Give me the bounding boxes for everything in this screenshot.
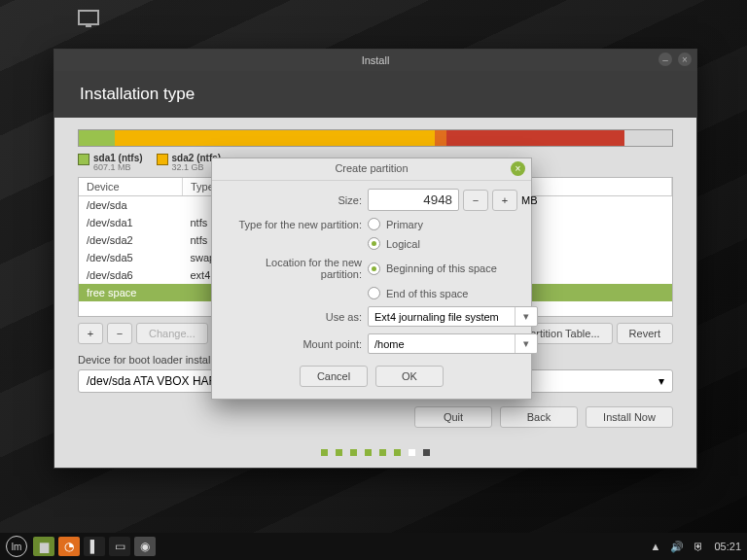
- chevron-down-icon: ▾: [515, 307, 537, 326]
- monitor-icon: [78, 10, 99, 25]
- revert-button[interactable]: Revert: [617, 323, 673, 344]
- size-unit: MB: [521, 194, 538, 206]
- size-increment-button[interactable]: +: [492, 190, 517, 211]
- create-partition-dialog: Create partition × Size: − + MB Type for…: [211, 158, 532, 400]
- volume-icon[interactable]: 🔊: [670, 541, 684, 553]
- terminal-icon[interactable]: ▌: [84, 537, 105, 556]
- change-partition-button[interactable]: Change...: [136, 323, 208, 344]
- add-partition-button[interactable]: +: [78, 323, 103, 344]
- installer-task-icon[interactable]: ◉: [134, 537, 156, 556]
- dialog-ok-button[interactable]: OK: [375, 366, 444, 387]
- step-indicator: [321, 449, 430, 456]
- close-icon[interactable]: ×: [678, 52, 692, 66]
- disk-usage-bar: [78, 129, 673, 147]
- network-icon[interactable]: ▲: [651, 541, 661, 552]
- files-icon[interactable]: ▆: [33, 537, 54, 556]
- size-input[interactable]: [368, 189, 459, 211]
- dialog-title: Create partition: [335, 162, 408, 174]
- mount-point-select[interactable]: /home▾: [368, 333, 538, 354]
- radio-loc-end[interactable]: End of this space: [368, 287, 538, 299]
- radio-loc-begin[interactable]: Beginning of this space: [368, 262, 538, 275]
- mount-label: Mount point:: [226, 338, 362, 350]
- quit-button[interactable]: Quit: [414, 406, 492, 428]
- size-label: Size:: [226, 194, 362, 206]
- col-device[interactable]: Device: [79, 178, 183, 196]
- dialog-close-icon[interactable]: ×: [511, 161, 525, 176]
- page-title: Installation type: [54, 71, 696, 118]
- useas-select[interactable]: Ext4 journaling file system▾: [368, 306, 538, 327]
- shield-icon[interactable]: ⛨: [694, 541, 704, 552]
- clock[interactable]: 05:21: [714, 541, 741, 552]
- minimize-icon[interactable]: –: [658, 52, 672, 66]
- chevron-down-icon: ▾: [515, 334, 537, 353]
- useas-label: Use as:: [226, 311, 362, 323]
- remove-partition-button[interactable]: −: [107, 323, 132, 344]
- window-title: Install: [362, 54, 390, 66]
- chevron-down-icon: ▾: [658, 374, 664, 388]
- size-decrement-button[interactable]: −: [463, 190, 488, 211]
- location-label: Location for the new partition:: [226, 257, 362, 280]
- start-menu-icon[interactable]: lm: [6, 536, 27, 557]
- type-label: Type for the new partition:: [226, 219, 362, 230]
- radio-logical[interactable]: Logical: [368, 237, 538, 250]
- firefox-icon[interactable]: ◔: [58, 537, 80, 556]
- install-now-button[interactable]: Install Now: [586, 406, 673, 428]
- taskbar[interactable]: lm ▆ ◔ ▌ ▭ ◉ ▲ 🔊 ⛨ 05:21: [0, 533, 747, 560]
- folder-icon[interactable]: ▭: [109, 537, 130, 556]
- radio-primary[interactable]: Primary: [368, 218, 538, 230]
- back-button[interactable]: Back: [500, 406, 578, 428]
- dialog-cancel-button[interactable]: Cancel: [300, 366, 368, 387]
